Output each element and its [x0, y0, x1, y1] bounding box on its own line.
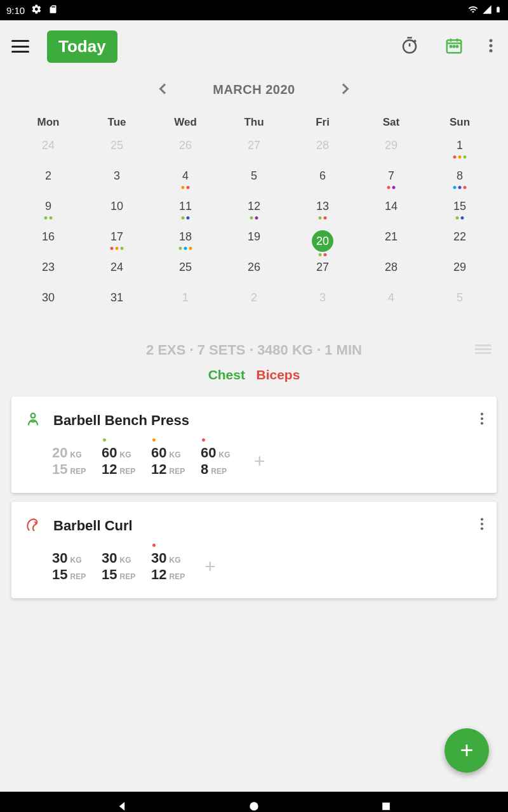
gear-icon [31, 4, 42, 16]
calendar-day[interactable]: 5 [220, 167, 288, 197]
svg-point-10 [481, 417, 483, 420]
calendar-day[interactable]: 8 [425, 167, 494, 197]
wifi-icon [467, 4, 479, 16]
next-month-button[interactable] [336, 81, 351, 98]
set-entry[interactable]: 60KG8REP [201, 445, 236, 478]
exercise-menu-icon[interactable] [480, 412, 484, 429]
prev-month-button[interactable] [157, 81, 172, 98]
menu-icon[interactable] [11, 40, 29, 53]
calendar-day[interactable]: 3 [288, 289, 357, 319]
add-fab-button[interactable]: + [444, 728, 489, 773]
calendar-day[interactable]: 9 [14, 197, 83, 228]
add-set-button[interactable]: + [201, 556, 220, 577]
weekday-headers: MonTueWedThuFriSatSun [14, 111, 494, 136]
workout-summary: 2 EXS · 7 SETS · 3480 KG · 1 MIN [0, 319, 508, 367]
calendar-day[interactable]: 26 [220, 258, 288, 289]
set-entry[interactable]: 30KG12REP [151, 550, 187, 583]
chest-icon [24, 410, 42, 431]
drag-handle-icon[interactable] [475, 344, 491, 356]
calendar-day[interactable]: 24 [14, 136, 83, 167]
weekday-label: Mon [14, 111, 83, 136]
set-entry[interactable]: 30KG15REP [102, 550, 137, 583]
calendar-day[interactable]: 10 [83, 197, 151, 228]
calendar-day[interactable]: 26 [151, 136, 220, 167]
calendar-day[interactable]: 2 [220, 289, 288, 319]
summary-line: 2 EXS · 7 SETS · 3480 KG · 1 MIN [146, 342, 362, 358]
muscle-tag[interactable]: Biceps [257, 367, 300, 382]
sd-card-icon [48, 4, 58, 16]
today-button[interactable]: Today [47, 30, 117, 63]
calendar-day[interactable]: 28 [288, 136, 357, 167]
calendar-day[interactable]: 17 [83, 228, 151, 258]
app-content: Today MARCH 2020 MonTueWedThuFriSatSun 2… [0, 20, 508, 792]
timer-icon[interactable] [396, 32, 423, 61]
add-set-button[interactable]: + [250, 450, 269, 472]
svg-point-14 [481, 527, 483, 530]
battery-icon [495, 4, 502, 17]
calendar-day[interactable]: 1 [425, 136, 494, 167]
calendar-day[interactable]: 25 [151, 258, 220, 289]
exercise-menu-icon[interactable] [480, 517, 484, 535]
calendar-day[interactable]: 29 [425, 258, 494, 289]
calendar-day[interactable]: 14 [357, 197, 425, 228]
exercise-name: Barbell Bench Press [53, 412, 189, 429]
weekday-label: Thu [220, 111, 288, 136]
calendar-day[interactable]: 31 [83, 289, 151, 319]
recent-button[interactable] [376, 796, 396, 813]
exercise-card[interactable]: Barbell Bench Press20KG15REP60KG12REP60K… [11, 396, 497, 493]
set-entry[interactable]: 30KG15REP [52, 550, 88, 583]
calendar-day[interactable]: 1 [151, 289, 220, 319]
calendar-day[interactable]: 30 [14, 289, 83, 319]
calendar-day[interactable]: 15 [425, 197, 494, 228]
svg-rect-16 [382, 802, 390, 810]
calendar-day[interactable]: 28 [357, 258, 425, 289]
calendar-day[interactable]: 27 [288, 258, 357, 289]
set-entry[interactable]: 20KG15REP [52, 445, 88, 478]
svg-point-11 [481, 422, 483, 424]
calendar-day[interactable]: 12 [220, 197, 288, 228]
svg-point-4 [457, 46, 458, 48]
muscle-tag[interactable]: Chest [208, 367, 245, 382]
calendar-day[interactable]: 13 [288, 197, 357, 228]
weekday-label: Tue [83, 111, 151, 136]
calendar-icon[interactable] [441, 32, 467, 61]
month-navigation: MARCH 2020 [0, 72, 508, 111]
exercise-card[interactable]: Barbell Curl30KG15REP30KG15REP30KG12REP+ [11, 502, 497, 598]
calendar-day[interactable]: 29 [357, 136, 425, 167]
svg-point-9 [481, 413, 483, 416]
calendar-day[interactable]: 21 [357, 228, 425, 258]
svg-point-12 [481, 518, 483, 521]
svg-point-2 [450, 46, 452, 48]
calendar-day[interactable]: 23 [14, 258, 83, 289]
calendar-day[interactable]: 25 [83, 136, 151, 167]
signal-icon [482, 4, 492, 16]
calendar-day[interactable]: 11 [151, 197, 220, 228]
home-button[interactable] [244, 796, 264, 813]
calendar-day[interactable]: 24 [83, 258, 151, 289]
exercise-name: Barbell Curl [53, 518, 133, 534]
svg-point-13 [481, 523, 483, 525]
calendar-day[interactable]: 22 [425, 228, 494, 258]
calendar-day[interactable]: 4 [357, 289, 425, 319]
svg-point-5 [490, 39, 493, 42]
set-entry[interactable]: 60KG12REP [151, 445, 187, 478]
calendar-day[interactable]: 27 [220, 136, 288, 167]
month-label: MARCH 2020 [213, 82, 295, 97]
back-button[interactable] [112, 796, 132, 813]
calendar-day[interactable]: 16 [14, 228, 83, 258]
calendar-day[interactable]: 20 [288, 228, 357, 258]
calendar-day[interactable]: 18 [151, 228, 220, 258]
svg-point-8 [31, 414, 36, 418]
status-time: 9:10 [6, 5, 25, 16]
calendar-day[interactable]: 19 [220, 228, 288, 258]
calendar-day[interactable]: 6 [288, 167, 357, 197]
calendar-day[interactable]: 3 [83, 167, 151, 197]
set-entry[interactable]: 60KG12REP [102, 445, 137, 478]
svg-point-3 [453, 46, 455, 48]
more-icon[interactable] [485, 34, 497, 59]
calendar-day[interactable]: 4 [151, 167, 220, 197]
calendar-day[interactable]: 7 [357, 167, 425, 197]
calendar-day[interactable]: 5 [425, 289, 494, 319]
status-bar: 9:10 [0, 0, 508, 20]
calendar-day[interactable]: 2 [14, 167, 83, 197]
